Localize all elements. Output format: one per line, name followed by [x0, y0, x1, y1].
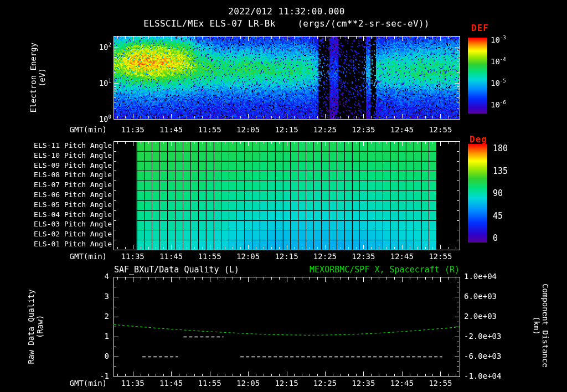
distance-tick-label: 1.0e+04 [464, 272, 514, 281]
x-tick-label: 12:15 [271, 379, 302, 388]
deg-colorbar-tick-label: 135 [493, 167, 526, 176]
x-tick-label: 11:55 [194, 379, 225, 388]
deg-colorbar-tick-label: 90 [493, 189, 526, 198]
x-tick-label: 12:55 [425, 125, 456, 134]
x-tick-label: 11:35 [117, 379, 148, 388]
pitch-row-label: ELS-03 Pitch Angle [10, 220, 112, 229]
energy-tick-label: 100 [78, 114, 111, 123]
x-tick-label: 12:35 [348, 252, 379, 261]
y-axis-label-line2: (km) [532, 316, 541, 335]
x-tick-label: 12:55 [425, 379, 456, 388]
x-tick-label: 12:35 [348, 125, 379, 134]
x-tick-label: 12:05 [233, 379, 264, 388]
x-tick-label: 12:05 [233, 252, 264, 261]
x-axis-unit-label: GMT(min) [51, 252, 107, 261]
spectrogram-plot-page: 2022/012 11:32:00.000 ELSSCIL/MEx ELS-07… [0, 0, 567, 392]
x-tick-label: 11:55 [194, 252, 225, 261]
y-axis-label-raw-data-quality: Raw Data Quality (Raw) [23, 244, 48, 392]
pitch-row-label: ELS-08 Pitch Angle [10, 171, 112, 179]
x-tick-label: 12:25 [310, 125, 341, 134]
quality-tick-label: 0 [87, 352, 109, 360]
bottom-right-title: MEXORBMC/SPF X, Spacecraft (R) [293, 265, 460, 275]
def-colorbar-tick-label: 10-3 [491, 35, 524, 44]
x-tick-label: 12:45 [386, 252, 417, 261]
x-tick-label: 12:15 [271, 252, 302, 261]
deg-colorbar-tick-label: 45 [493, 212, 526, 221]
y-axis-label-electron-energy: Electron Energy (eV) [25, 0, 50, 161]
pitch-row-label: ELS-07 Pitch Angle [10, 181, 112, 189]
distance-tick-label: 2.0e+03 [464, 312, 514, 321]
def-colorbar-tick-label: 10-5 [491, 78, 524, 87]
def-colorbar-tick-label: 10-4 [491, 56, 524, 66]
y-axis-label-line2: (Raw) [35, 315, 44, 338]
x-tick-label: 12:25 [310, 252, 341, 261]
deg-colorbar-tick-label: 0 [493, 234, 526, 243]
x-tick-label: 12:35 [348, 379, 379, 388]
distance-tick-label: 6.0e+03 [464, 292, 514, 301]
y-axis-label-line1: Raw Data Quality [27, 290, 35, 364]
deg-colorbar-tick-label: 180 [493, 144, 526, 153]
instrument-label: ELSSCIL/MEx ELS-07 LR-Bk [143, 18, 275, 29]
page-title: 2022/012 11:32:00.000 [114, 7, 460, 17]
y-axis-label-line1: Electron Energy [29, 43, 38, 112]
x-tick-label: 11:45 [156, 252, 187, 261]
def-colorbar-tick-label: 10-6 [491, 100, 524, 109]
deg-colorbar-title: Deg [470, 135, 487, 145]
quality-tick-label: 1 [87, 332, 109, 341]
def-colorbar-title: DEF [471, 23, 489, 33]
quality-tick-label: 4 [87, 272, 109, 281]
x-tick-label: 11:45 [156, 125, 187, 134]
distance-tick-label: -6.0e+03 [464, 352, 514, 360]
x-tick-label: 12:45 [386, 125, 417, 134]
units-label: (ergs/(cm**2-sr-sec-eV)) [297, 18, 429, 29]
x-tick-label: 11:45 [156, 379, 187, 388]
quality-tick-label: 2 [87, 312, 109, 321]
bottom-left-title: SAF_BXuT/Data Quality (L) [114, 265, 239, 275]
y-axis-label-line1: Component Distance [541, 283, 550, 368]
pitch-row-label: ELS-02 Pitch Angle [10, 230, 112, 239]
pitch-row-label: ELS-10 Pitch Angle [10, 152, 112, 160]
x-tick-label: 12:25 [310, 379, 341, 388]
x-tick-label: 11:35 [117, 125, 148, 134]
y-axis-label-component-distance: Component Distance (km) [528, 243, 554, 392]
pitch-row-label: ELS-09 Pitch Angle [10, 162, 112, 170]
distance-tick-label: -2.0e+03 [464, 332, 514, 341]
energy-tick-label: 101 [78, 78, 111, 87]
plot-subtitle: ELSSCIL/MEx ELS-07 LR-Bk (ergs/(cm**2-sr… [58, 19, 515, 29]
pitch-row-label: ELS-06 Pitch Angle [10, 191, 112, 199]
energy-tick-label: 102 [78, 42, 111, 51]
x-tick-label: 12:05 [233, 125, 264, 134]
x-tick-label: 11:35 [117, 252, 148, 261]
y-axis-label-line2: (eV) [38, 68, 47, 87]
x-axis-unit-label: GMT(min) [51, 125, 107, 134]
x-tick-label: 12:45 [386, 379, 417, 388]
pitch-row-label: ELS-01 Pitch Angle [10, 240, 112, 249]
x-tick-label: 12:15 [271, 125, 302, 134]
pitch-row-label: ELS-04 Pitch Angle [10, 211, 112, 219]
x-tick-label: 11:55 [194, 125, 225, 134]
x-tick-label: 12:55 [425, 252, 456, 261]
pitch-row-label: ELS-11 Pitch Angle [10, 142, 112, 150]
pitch-row-label: ELS-05 Pitch Angle [10, 201, 112, 209]
quality-tick-label: -1 [87, 372, 109, 380]
quality-tick-label: 3 [87, 292, 109, 301]
distance-tick-label: -1.0e+04 [464, 372, 514, 380]
